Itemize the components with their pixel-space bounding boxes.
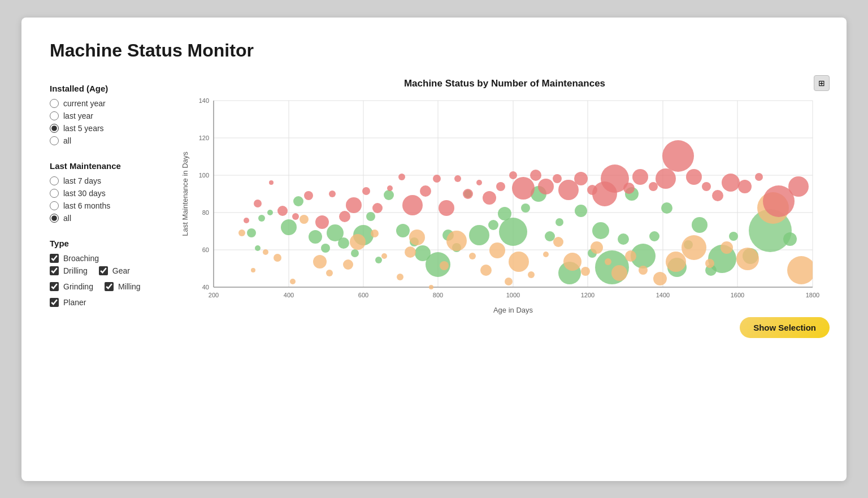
last-maintenance-label: Last Maintenance <box>50 161 180 171</box>
svg-point-60 <box>499 218 527 246</box>
svg-point-140 <box>420 185 431 197</box>
chart-area: Machine Status by Number of Maintenances… <box>180 78 830 332</box>
svg-point-80 <box>729 232 738 241</box>
svg-point-131 <box>315 215 329 229</box>
svg-point-45 <box>351 249 359 257</box>
svg-point-142 <box>439 200 454 216</box>
checkbox-grinding[interactable]: Grinding <box>50 282 93 291</box>
svg-text:100: 100 <box>199 172 209 179</box>
svg-point-99 <box>429 285 433 289</box>
svg-point-151 <box>538 179 554 194</box>
radio-last-30-days[interactable]: last 30 days <box>50 189 180 198</box>
svg-point-86 <box>263 249 268 255</box>
svg-point-159 <box>632 169 648 185</box>
type-label: Type <box>50 239 180 248</box>
svg-point-143 <box>454 175 461 182</box>
checkbox-drilling[interactable]: Drilling <box>50 266 88 275</box>
svg-point-74 <box>661 202 672 214</box>
checkbox-row-grinding-milling: Grinding Milling <box>50 282 180 295</box>
checkbox-row-drilling-gear: Drilling Gear <box>50 266 180 279</box>
svg-text:60: 60 <box>202 246 209 253</box>
svg-point-158 <box>623 183 635 194</box>
svg-point-161 <box>656 168 676 189</box>
svg-point-105 <box>505 278 513 285</box>
svg-point-49 <box>384 190 394 200</box>
chart-title: Machine Status by Number of Maintenances <box>180 78 830 89</box>
sidebar: Installed (Age) current year last year l… <box>50 78 180 332</box>
svg-point-64 <box>555 218 563 226</box>
svg-point-97 <box>405 246 416 258</box>
svg-point-167 <box>738 180 752 193</box>
svg-point-48 <box>375 257 382 263</box>
page-title: Machine Status Monitor <box>50 40 818 61</box>
checkbox-broaching[interactable]: Broaching <box>50 254 180 263</box>
svg-point-106 <box>509 252 529 272</box>
svg-point-109 <box>553 237 563 247</box>
svg-point-91 <box>326 270 333 276</box>
svg-point-146 <box>483 191 496 205</box>
radio-last-7-days[interactable]: last 7 days <box>50 176 180 185</box>
svg-point-66 <box>575 205 587 217</box>
svg-point-116 <box>639 266 648 275</box>
show-selection-button[interactable]: Show Selection <box>740 317 830 338</box>
svg-text:1200: 1200 <box>581 292 594 298</box>
svg-point-114 <box>611 265 627 281</box>
radio-current-year[interactable]: current year <box>50 99 180 108</box>
svg-text:400: 400 <box>284 292 294 298</box>
svg-point-77 <box>692 217 708 233</box>
svg-point-166 <box>722 174 740 192</box>
radio-last-5-years[interactable]: last 5 years <box>50 124 180 133</box>
svg-point-104 <box>489 242 505 258</box>
svg-point-73 <box>649 231 659 241</box>
svg-point-115 <box>625 250 636 262</box>
svg-point-95 <box>381 253 387 259</box>
checkbox-gear[interactable]: Gear <box>99 266 130 275</box>
svg-point-108 <box>543 252 549 257</box>
radio-all-age[interactable]: all <box>50 136 180 145</box>
svg-point-132 <box>329 190 336 197</box>
radio-last-6-months[interactable]: last 6 months <box>50 201 180 210</box>
svg-point-134 <box>346 197 362 213</box>
checkbox-milling[interactable]: Milling <box>105 282 141 291</box>
svg-point-107 <box>528 271 535 278</box>
svg-text:40: 40 <box>202 284 209 291</box>
svg-point-92 <box>343 259 353 270</box>
svg-point-42 <box>321 244 330 253</box>
svg-point-147 <box>496 182 505 191</box>
svg-point-100 <box>440 261 449 270</box>
svg-point-168 <box>755 173 763 181</box>
radio-last-year[interactable]: last year <box>50 111 180 120</box>
installed-age-label: Installed (Age) <box>50 84 180 93</box>
svg-point-90 <box>313 255 327 269</box>
svg-point-37 <box>258 215 265 222</box>
checkbox-planer[interactable]: Planer <box>50 298 180 307</box>
svg-text:140: 140 <box>199 97 209 104</box>
svg-point-36 <box>255 245 261 251</box>
svg-point-149 <box>512 177 535 200</box>
svg-point-127 <box>269 180 274 185</box>
svg-text:800: 800 <box>433 292 443 298</box>
svg-point-119 <box>682 235 706 260</box>
svg-point-145 <box>476 180 482 185</box>
svg-point-111 <box>581 267 590 276</box>
svg-point-47 <box>366 212 375 221</box>
svg-point-137 <box>387 185 393 191</box>
radio-all-maintenance[interactable]: all <box>50 214 180 223</box>
svg-text:200: 200 <box>209 292 219 298</box>
svg-text:120: 120 <box>199 135 209 141</box>
svg-text:Last Maintenance in Days: Last Maintenance in Days <box>181 151 189 236</box>
svg-point-164 <box>702 182 711 191</box>
svg-point-165 <box>712 190 723 201</box>
svg-point-57 <box>469 225 489 245</box>
svg-text:600: 600 <box>358 292 368 298</box>
svg-point-84 <box>238 229 245 236</box>
svg-point-160 <box>649 182 658 191</box>
svg-point-93 <box>350 234 366 250</box>
svg-point-163 <box>686 169 702 185</box>
svg-point-162 <box>662 140 694 172</box>
svg-point-141 <box>433 175 441 183</box>
svg-point-102 <box>469 253 476 259</box>
svg-point-88 <box>290 279 296 284</box>
chart-gear-button[interactable]: ⊞ <box>814 75 830 91</box>
svg-point-58 <box>488 220 498 230</box>
